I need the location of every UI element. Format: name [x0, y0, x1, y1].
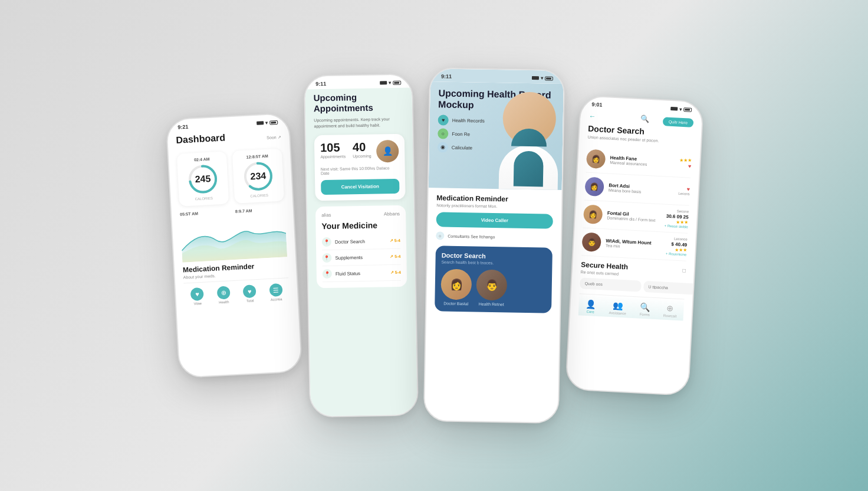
dl-heart-1: ♥ [678, 163, 691, 169]
appt-card: 105 Appointments 40 Upcoming 👤 Next visi… [314, 133, 405, 201]
dl-avatar-4: 👨 [581, 232, 601, 252]
activity-label: Accntia [270, 297, 282, 302]
appt-numbers: 105 Appointments 40 Upcoming [320, 140, 371, 159]
med-reminder-section-3: Medication Reminder Notonly practitioner… [436, 194, 553, 241]
sh-input-row [580, 277, 685, 294]
sh-input-2[interactable] [643, 281, 703, 295]
p4-nav-forms[interactable]: 🔍 Forms [639, 302, 650, 316]
doctor-coat [513, 151, 543, 187]
search-icon[interactable]: 🔍 [640, 114, 649, 123]
doctor-body [498, 145, 558, 190]
health-label: Health [218, 300, 229, 305]
p4-assistance-label: Assistance [609, 311, 626, 316]
metric1-time: 02:4 AM [182, 156, 222, 163]
doctor-avatar: 👤 [376, 139, 399, 162]
wifi-icon: ▾ [265, 120, 267, 125]
caliculate-icon: ◉ [437, 142, 448, 153]
p4-assistance-icon: 👥 [612, 300, 623, 310]
phone4-time: 9:01 [591, 102, 603, 108]
nav-list-badge-fluid: ↗ 5-4 [390, 270, 400, 275]
dl-book-4[interactable]: + Rounntcine [665, 252, 686, 257]
phone2-status-icons: ▾ [380, 80, 401, 86]
sh-checkbox: □ [682, 267, 686, 273]
nav-item-activity[interactable]: ☰ Accntia [269, 283, 283, 302]
nav-item-health[interactable]: ⊕ Health [216, 286, 231, 304]
wifi-icon-4: ▾ [679, 106, 681, 112]
cancel-visitation-button[interactable]: Cancel Visitation [321, 178, 399, 194]
p4-nav-care[interactable]: 👤 Care [585, 299, 596, 314]
metric3: 05:5T AM [179, 210, 229, 216]
dl-book-3[interactable]: + Rease stoble [664, 224, 688, 228]
dashboard-title: Dashboard [176, 133, 225, 146]
doctor-illustration [494, 83, 563, 190]
fluid-icon: 📍 [322, 269, 331, 279]
upcoming-num: 40 [352, 140, 371, 154]
wifi-icon-3: ▾ [540, 76, 542, 81]
ds-name-male: Health Retnet [476, 302, 507, 306]
dl-info-2: Bort Adsi Meana bore basis [608, 182, 673, 195]
nav-list-label-fluid: Fluid Status [335, 270, 386, 277]
appt-meta: Next visit: Same this 10:00hrs Dataco Da… [320, 165, 399, 175]
phone4-screen: ← 🔍 Doctor Search Quitr Here Union assoc… [570, 109, 702, 327]
health-list-label-3: Caliculate [451, 145, 472, 151]
ds-profile-female: 👩 Doctor Bastal [440, 269, 472, 306]
dl-featured-3: Secone [665, 208, 688, 213]
metric-card-1: 02:4 AM 245 CALORIES [176, 151, 229, 206]
nav-list-item-doctor[interactable]: 📍 Doctor Search ↗ 5-4 [321, 233, 400, 250]
phone1-bottom-nav[interactable]: ♥ Vitae ⊕ Health ♥ Total ☰ Accntia [183, 277, 290, 308]
secure-health-section: Secure Health □ Re onst outs carmed [580, 260, 686, 294]
p4-rourcait-label: Rourcait [663, 314, 676, 318]
appt-num-label: Appointments [320, 154, 346, 159]
total-icon: ♥ [242, 284, 256, 298]
signal-icon-2 [380, 81, 387, 84]
p4-nav-assistance[interactable]: 👥 Assistance [609, 300, 626, 315]
doctor-search-icon: 📍 [321, 237, 331, 247]
metric-row2: 05:5T AM 8:9.7 AM [179, 207, 284, 216]
metric2-time: 12:8:5T AM [237, 153, 277, 160]
phone4-bottom-nav[interactable]: 👤 Care 👥 Assistance 🔍 Forms ⊕ Rourcait [578, 293, 684, 320]
phone1-status-icons: ▾ [256, 119, 277, 126]
nav-list-item-suppl[interactable]: 📍 Supplements ↗ 5-4 [322, 249, 400, 266]
metric1-value: 245 [195, 174, 211, 185]
supplements-icon: 📍 [322, 253, 331, 263]
battery-icon-4 [683, 107, 692, 112]
vitae-icon: ♥ [190, 287, 203, 301]
signal-icon-3 [531, 76, 538, 80]
phone4-status-icons: ▾ [670, 106, 691, 112]
phone3-time: 9:11 [440, 73, 451, 79]
health-list-label-1: Health Records [452, 118, 484, 124]
nav-list-label-suppl: Supplements [335, 254, 386, 261]
p4-nav-rourcait[interactable]: ⊕ Rourcait [663, 303, 677, 318]
video-caller-button[interactable]: Video Caller [436, 212, 553, 228]
sh-input-1[interactable] [580, 277, 642, 292]
doctor-list-item-4[interactable]: 👨 WtAdi, WItum Hount Tea min Leconce $ 4… [581, 228, 687, 261]
consult-row: ○ Consultants See Itchango [436, 231, 553, 241]
nav-item-vitae[interactable]: ♥ Vitae [190, 287, 204, 306]
metric2-sublabel: CALORIES [239, 193, 279, 199]
filter-button[interactable]: Quitr Here [662, 117, 693, 127]
battery-icon [269, 120, 277, 125]
dl-info-1: Health Fane Manreal assurances [610, 155, 675, 168]
activity-icon: ☰ [269, 283, 282, 297]
sh-title: Secure Health [580, 260, 628, 271]
battery-icon-3 [544, 76, 553, 80]
p4-rourcait-icon: ⊕ [666, 303, 674, 313]
nav-list-item-fluid[interactable]: 📍 Fluid Status ↗ 5-4 [322, 265, 400, 282]
metric2-circle: 234 [242, 160, 274, 192]
nav-list-badge-suppl: ↗ 5-4 [390, 254, 400, 259]
phone2-time: 9:11 [315, 81, 326, 87]
dl-avatar-3: 👩 [583, 204, 603, 224]
dl-right-4: Leconce $ 40.49 ★★★ + Rounntcine [665, 237, 687, 257]
consult-icon: ○ [436, 231, 444, 240]
metric1-sublabel: CALORIES [183, 196, 223, 202]
phone2-lower: alias Abbans Your Medicine 📍 Doctor Sear… [315, 205, 406, 288]
dl-info-4: WtAdi, WItum Hount Tea min [605, 238, 661, 250]
dl-info-3: Fontal Gil Dominatrim dis / Form text [607, 210, 660, 222]
dashboard-metrics: 02:4 AM 245 CALORIES 12:8:5T AM [176, 149, 284, 207]
health-header: Upcoming Health Record Mockup ♥ Health R… [428, 81, 563, 190]
nav-item-total[interactable]: ♥ Total [242, 284, 257, 303]
phone-doctor-search: 9:01 ▾ ← 🔍 Doctor Search Quitr Here Unio… [565, 95, 704, 396]
metric4-time: 8:9.7 AM [235, 207, 284, 213]
back-button[interactable]: ← [588, 112, 596, 121]
health-list-label-2: Foon Re [452, 132, 470, 138]
